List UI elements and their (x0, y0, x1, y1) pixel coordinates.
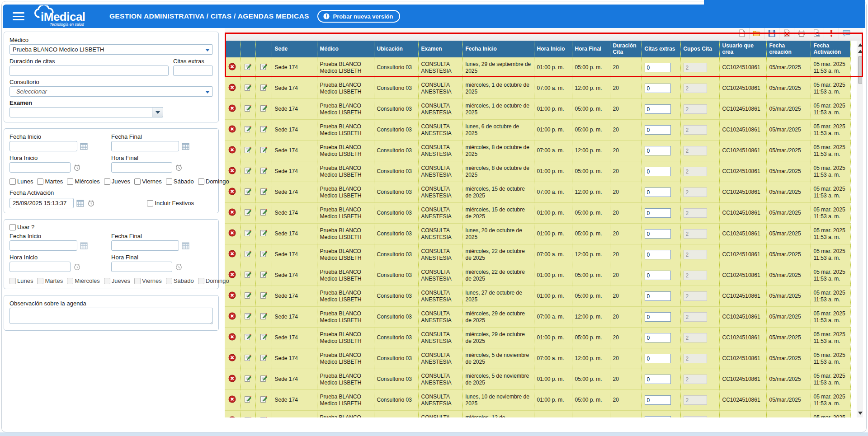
usar-checkbox[interactable] (9, 224, 16, 230)
weekday-checkbox[interactable] (67, 278, 73, 284)
citas-extras-row-input[interactable] (645, 291, 671, 301)
scroll-up-icon[interactable] (858, 50, 863, 53)
delete-row-icon[interactable] (228, 125, 236, 133)
calendar-icon[interactable] (80, 242, 88, 250)
try-new-version-button[interactable]: Probar nueva versión (317, 10, 401, 23)
edit-row-icon[interactable] (244, 416, 252, 417)
edit-row-icon[interactable] (244, 333, 252, 341)
edit-row-icon[interactable] (244, 395, 252, 403)
citas-extras-row-input[interactable] (645, 104, 671, 114)
weekday-checkbox[interactable] (37, 178, 43, 185)
edit-row-icon[interactable] (244, 208, 252, 216)
clock-icon[interactable] (175, 164, 183, 172)
citas-extras-row-input[interactable] (645, 271, 671, 280)
duracion-input[interactable] (9, 66, 169, 76)
citas-extras-row-input[interactable] (645, 416, 671, 417)
medico-select[interactable]: Prueba BLANCO Medico LISBETH (9, 44, 213, 55)
override-fecha-final-input[interactable] (111, 240, 179, 251)
citas-extras-row-input[interactable] (645, 333, 671, 342)
citas-extras-row-input[interactable] (645, 375, 671, 384)
edit-row-icon[interactable] (260, 167, 268, 174)
delete-row-icon[interactable] (228, 63, 236, 70)
observacion-textarea[interactable] (9, 308, 213, 324)
edit-row-icon[interactable] (260, 354, 268, 361)
citas-extras-row-input[interactable] (645, 395, 671, 405)
edit-row-icon[interactable] (244, 312, 252, 320)
clock-icon[interactable] (87, 199, 95, 207)
citas-extras-row-input[interactable] (645, 84, 671, 93)
edit-row-icon[interactable] (244, 354, 252, 361)
clock-icon[interactable] (73, 164, 81, 172)
edit-row-icon[interactable] (260, 271, 268, 278)
override-hora-inicio-input[interactable] (9, 262, 71, 272)
citas-extras-row-input[interactable] (645, 250, 671, 259)
edit-row-icon[interactable] (260, 104, 268, 112)
override-fecha-inicio-input[interactable] (9, 240, 77, 251)
delete-row-icon[interactable] (228, 416, 236, 417)
calendar-icon[interactable] (181, 242, 189, 250)
citas-extras-row-input[interactable] (645, 208, 671, 218)
override-hora-final-input[interactable] (111, 262, 172, 272)
delete-row-icon[interactable] (228, 250, 236, 258)
examen-input[interactable] (9, 107, 152, 117)
delete-row-icon[interactable] (228, 312, 236, 320)
edit-row-icon[interactable] (260, 188, 268, 195)
edit-row-icon[interactable] (244, 63, 252, 70)
weekday-checkbox[interactable] (166, 178, 172, 185)
alert-icon[interactable] (824, 27, 839, 39)
edit-row-icon[interactable] (244, 291, 252, 299)
scroll-up-icon[interactable] (858, 43, 863, 47)
weekday-checkbox[interactable] (134, 178, 141, 185)
citas-extras-row-input[interactable] (645, 167, 671, 176)
calendar-icon[interactable] (80, 142, 88, 150)
edit-row-icon[interactable] (260, 229, 268, 237)
delete-row-icon[interactable] (228, 188, 236, 195)
weekday-checkbox[interactable] (9, 278, 16, 284)
citas-extras-row-input[interactable] (645, 125, 671, 135)
edit-row-icon[interactable] (260, 125, 268, 133)
delete-row-icon[interactable] (228, 375, 236, 382)
edit-row-icon[interactable] (244, 104, 252, 112)
edit-row-icon[interactable] (244, 125, 252, 133)
delete-row-icon[interactable] (228, 229, 236, 237)
citas-extras-row-input[interactable] (645, 146, 671, 155)
edit-row-icon[interactable] (244, 188, 252, 195)
citas-extras-row-input[interactable] (645, 354, 671, 363)
preview-icon[interactable] (809, 27, 824, 39)
delete-row-icon[interactable] (228, 395, 236, 403)
edit-row-icon[interactable] (244, 271, 252, 278)
delete-row-icon[interactable] (228, 104, 236, 112)
edit-row-icon[interactable] (244, 229, 252, 237)
edit-row-icon[interactable] (260, 312, 268, 320)
vertical-scrollbar[interactable] (857, 41, 863, 417)
edit-row-icon[interactable] (260, 416, 268, 417)
fecha-inicio-input[interactable] (9, 141, 77, 151)
citas-extras-row-input[interactable] (645, 312, 671, 322)
edit-row-icon[interactable] (260, 84, 268, 91)
delete-row-icon[interactable] (228, 291, 236, 299)
menu-icon[interactable] (13, 12, 24, 20)
delete-icon[interactable] (779, 27, 794, 39)
edit-row-icon[interactable] (260, 250, 268, 258)
edit-row-icon[interactable] (260, 395, 268, 403)
scroll-down-icon[interactable] (858, 412, 863, 415)
edit-row-icon[interactable] (244, 375, 252, 382)
delete-row-icon[interactable] (228, 333, 236, 341)
clock-icon[interactable] (175, 263, 183, 271)
fecha-activacion-input[interactable] (9, 198, 74, 208)
edit-row-icon[interactable] (260, 375, 268, 382)
save-icon[interactable] (764, 27, 779, 39)
consultorio-select[interactable]: - Seleccionar - (9, 86, 213, 97)
weekday-checkbox[interactable] (104, 178, 110, 185)
citas-extras-row-input[interactable] (645, 63, 671, 72)
delete-row-icon[interactable] (228, 271, 236, 278)
weekday-checkbox[interactable] (37, 278, 43, 284)
open-folder-icon[interactable] (750, 27, 764, 39)
weekday-checkbox[interactable] (9, 178, 16, 185)
weekday-checkbox[interactable] (134, 278, 141, 284)
delete-row-icon[interactable] (228, 354, 236, 361)
hora-final-input[interactable] (111, 162, 172, 173)
citas-extras-input[interactable] (173, 66, 213, 76)
edit-row-icon[interactable] (244, 250, 252, 258)
edit-row-icon[interactable] (244, 84, 252, 91)
